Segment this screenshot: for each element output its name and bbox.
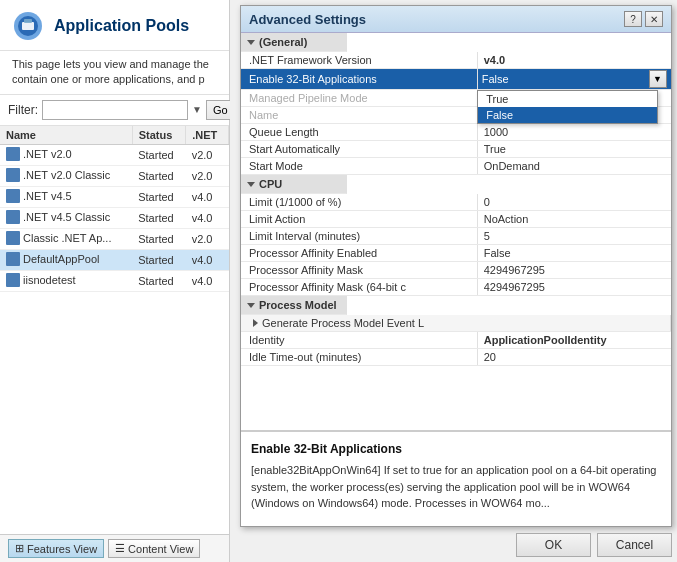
pool-icon — [6, 273, 20, 287]
settings-container: (General) .NET Framework Version v4.0 En… — [241, 33, 671, 431]
left-header: Application Pools — [0, 0, 229, 51]
dialog-title: Advanced Settings — [249, 12, 366, 27]
app-pools-icon — [12, 10, 44, 42]
content-view-button[interactable]: ☰ Content View — [108, 539, 200, 558]
content-view-icon: ☰ — [115, 542, 125, 555]
dropdown-popup: True False — [477, 90, 657, 124]
settings-row[interactable]: Identity ApplicationPoolIdentity — [241, 332, 671, 349]
dropdown-option-true[interactable]: True — [478, 91, 656, 107]
pool-icon — [6, 147, 20, 161]
col-status: Status — [132, 126, 185, 145]
dialog-overlay: Advanced Settings ? ✕ (General) .NET Fra… — [230, 0, 677, 562]
dropdown-popup-row: True False — [241, 90, 671, 91]
settings-row[interactable]: Queue Length 1000 — [241, 124, 671, 141]
features-view-label: Features View — [27, 543, 97, 555]
settings-row[interactable]: Processor Affinity Mask 4294967295 — [241, 262, 671, 279]
pool-icon — [6, 210, 20, 224]
settings-row[interactable]: Limit Interval (minutes) 5 — [241, 228, 671, 245]
expand-icon[interactable] — [253, 319, 258, 327]
desc-title: Enable 32-Bit Applications — [251, 440, 661, 458]
left-panel: Application Pools This page lets you vie… — [0, 0, 230, 562]
dialog-footer: OK Cancel — [516, 533, 672, 557]
close-button[interactable]: ✕ — [645, 11, 663, 27]
table-row[interactable]: .NET v2.0 Classic Started v2.0 — [0, 165, 229, 186]
section-header-sub: Generate Process Model Event L — [241, 315, 671, 332]
dialog-controls: ? ✕ — [624, 11, 663, 27]
table-row[interactable]: .NET v4.5 Classic Started v4.0 — [0, 207, 229, 228]
advanced-settings-dialog: Advanced Settings ? ✕ (General) .NET Fra… — [240, 5, 672, 527]
features-view-button[interactable]: ⊞ Features View — [8, 539, 104, 558]
collapse-icon[interactable] — [247, 40, 255, 45]
dropdown-option-false[interactable]: False — [478, 107, 656, 123]
filter-input[interactable] — [42, 100, 188, 120]
collapse-icon[interactable] — [247, 303, 255, 308]
table-row[interactable]: .NET v4.5 Started v4.0 — [0, 186, 229, 207]
table-row[interactable]: iisnodetest Started v4.0 — [0, 270, 229, 291]
table-row[interactable]: DefaultAppPool Started v4.0 — [0, 249, 229, 270]
desc-text: [enable32BitAppOnWin64] If set to true f… — [251, 462, 661, 512]
col-net: .NET — [186, 126, 229, 145]
settings-row[interactable]: Limit Action NoAction — [241, 211, 671, 228]
settings-row[interactable]: Start Automatically True — [241, 141, 671, 158]
ok-button[interactable]: OK — [516, 533, 591, 557]
pool-icon — [6, 168, 20, 182]
bottom-bar: ⊞ Features View ☰ Content View — [0, 534, 229, 562]
dialog-titlebar: Advanced Settings ? ✕ — [241, 6, 671, 33]
pools-table: Name Status .NET .NET v2.0 Started v2.0 … — [0, 126, 229, 534]
settings-row[interactable]: Limit (1/1000 of %) 0 — [241, 194, 671, 211]
dialog-body: (General) .NET Framework Version v4.0 En… — [241, 33, 671, 526]
description-box: Enable 32-Bit Applications [enable32BitA… — [241, 431, 671, 526]
dropdown-arrow[interactable]: ▼ — [649, 70, 667, 88]
cancel-button[interactable]: Cancel — [597, 533, 672, 557]
svg-rect-3 — [24, 19, 32, 23]
svg-rect-2 — [22, 22, 34, 30]
table-row[interactable]: Classic .NET Ap... Started v2.0 — [0, 228, 229, 249]
settings-row[interactable]: Start Mode OnDemand — [241, 158, 671, 175]
panel-description: This page lets you view and manage the c… — [0, 51, 229, 95]
table-row[interactable]: .NET v2.0 Started v2.0 — [0, 144, 229, 165]
features-view-icon: ⊞ — [15, 542, 24, 555]
section-header: CPU — [241, 175, 671, 195]
content-view-label: Content View — [128, 543, 193, 555]
settings-table: (General) .NET Framework Version v4.0 En… — [241, 33, 671, 366]
filter-funnel-icon: ▼ — [192, 102, 202, 118]
section-header: (General) — [241, 33, 671, 52]
settings-row[interactable]: Idle Time-out (minutes) 20 — [241, 349, 671, 366]
panel-title: Application Pools — [54, 17, 189, 35]
settings-row[interactable]: Processor Affinity Mask (64-bit c 429496… — [241, 279, 671, 296]
col-name: Name — [0, 126, 132, 145]
help-button[interactable]: ? — [624, 11, 642, 27]
pool-icon — [6, 189, 20, 203]
settings-row[interactable]: Enable 32-Bit Applications False ▼ — [241, 69, 671, 90]
section-header: Process Model — [241, 296, 671, 316]
settings-row[interactable]: Processor Affinity Enabled False — [241, 245, 671, 262]
filter-label: Filter: — [8, 103, 38, 117]
collapse-icon[interactable] — [247, 182, 255, 187]
pool-icon — [6, 231, 20, 245]
settings-wrapper: (General) .NET Framework Version v4.0 En… — [241, 33, 671, 431]
settings-row[interactable]: .NET Framework Version v4.0 — [241, 52, 671, 69]
filter-row: Filter: ▼ Go — [0, 95, 229, 126]
pool-icon — [6, 252, 20, 266]
